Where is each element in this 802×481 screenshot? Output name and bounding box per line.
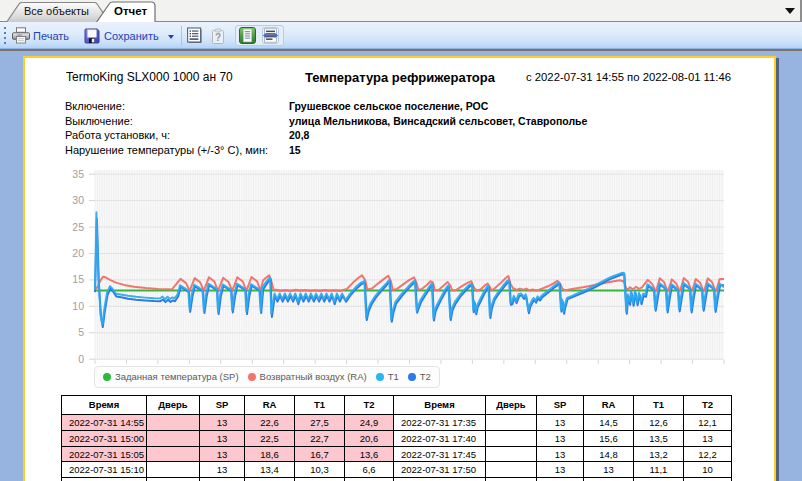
svg-text:?: ? <box>215 32 221 43</box>
